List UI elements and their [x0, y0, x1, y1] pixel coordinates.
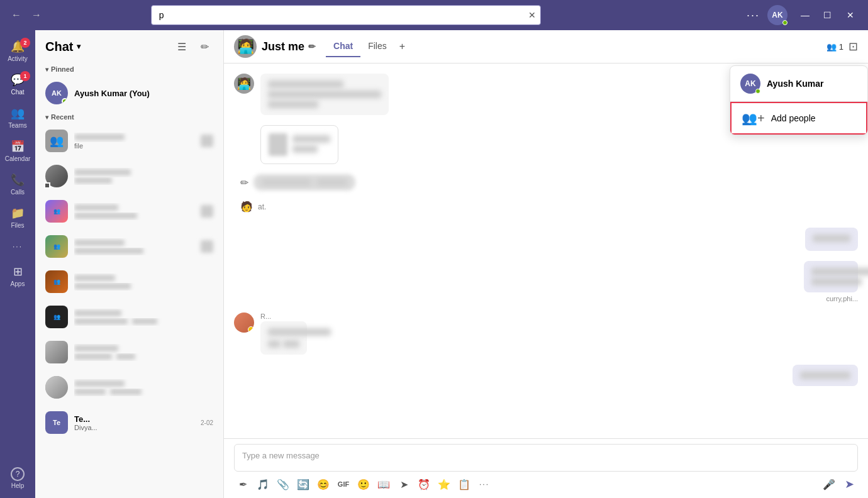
- chat-header-title: Just me ✏: [262, 40, 316, 53]
- recent-chat-4[interactable]: 👥: [35, 229, 223, 264]
- filter-button[interactable]: ☰: [173, 38, 191, 55]
- person-icon: 🧑: [240, 201, 253, 213]
- message-input-box[interactable]: Type a new message: [234, 444, 858, 472]
- nav-item-teams[interactable]: 👥 Teams: [3, 102, 33, 133]
- recent-chat-1[interactable]: 👥 file: [35, 123, 223, 158]
- action-row: ✏: [240, 174, 858, 191]
- expand-button[interactable]: ⊡: [849, 40, 858, 53]
- gif-button[interactable]: GIF: [335, 475, 352, 493]
- chat-name-1: [74, 133, 194, 142]
- chat-time-9: 2-02: [201, 419, 213, 426]
- msg-bubble-mine-2: [804, 261, 858, 292]
- nav-item-help[interactable]: ? Help: [3, 463, 33, 493]
- chat-name-3: [74, 203, 194, 213]
- recent-chat-6[interactable]: 👥: [35, 299, 223, 335]
- back-button[interactable]: ←: [8, 6, 25, 24]
- praise-button[interactable]: ⭐: [435, 475, 453, 493]
- msg-bubble-mine-3: [793, 365, 858, 386]
- search-input[interactable]: [151, 5, 541, 25]
- filter-icon: ☰: [177, 41, 186, 53]
- recent-chat-2[interactable]: [35, 158, 223, 194]
- user-avatar-button[interactable]: AK: [767, 5, 787, 25]
- pinned-section-label: Pinned: [35, 63, 223, 75]
- nav-item-chat[interactable]: 💬 Chat 1: [3, 69, 33, 99]
- edit-name-icon[interactable]: ✏: [308, 42, 316, 52]
- more-toolbar-button[interactable]: ···: [476, 475, 493, 493]
- emoji-button[interactable]: 😊: [314, 475, 332, 493]
- calendar-icon: 📅: [10, 139, 25, 154]
- add-people-button[interactable]: 👥+ Add people: [730, 102, 867, 135]
- chat-info-3: [74, 203, 194, 220]
- attach-button[interactable]: 📎: [274, 475, 292, 493]
- msg-text-1c: [268, 101, 318, 108]
- input-toolbar: ✒ 🎵 📎 🔄 😊 GIF 🙂 📖 ➤ ⏰ ⭐ 📋 ··· 🎤 ➤: [234, 472, 858, 493]
- more-options-button[interactable]: ···: [747, 9, 760, 22]
- msg-mine-block: curry,phi...: [767, 261, 858, 302]
- top-right-controls: ··· AK — ☐ ✕: [747, 5, 860, 25]
- status-dot: [782, 20, 787, 25]
- search-bar: ✕: [151, 5, 541, 25]
- recent-chat-5[interactable]: 👥: [35, 264, 223, 299]
- apps-icon: ⊞: [10, 264, 25, 279]
- chat-info-6: [74, 309, 213, 326]
- recent-chat-8[interactable]: [35, 370, 223, 405]
- audio-button[interactable]: 🎵: [254, 475, 272, 493]
- chat-name-4: [74, 238, 194, 248]
- nav-bottom: ? Help: [3, 463, 33, 493]
- forward-button[interactable]: →: [28, 6, 45, 24]
- tab-files[interactable]: Files: [360, 36, 394, 57]
- sidebar-title[interactable]: Chat ▾: [45, 40, 81, 54]
- chevron-down-icon: ▾: [77, 42, 81, 51]
- chat-meta-1: [201, 135, 213, 147]
- compose-button[interactable]: ✏: [196, 38, 213, 55]
- tab-chat[interactable]: Chat: [326, 36, 360, 57]
- ayush-chat-info: Ayush Kumar (You): [74, 89, 213, 98]
- recent-chat-7[interactable]: [35, 335, 223, 370]
- files-icon: 📁: [10, 206, 25, 221]
- chat-preview-6: [74, 318, 213, 326]
- chat-info-2: [74, 168, 213, 185]
- nav-item-more[interactable]: ···: [3, 235, 33, 258]
- online-indicator: [62, 98, 68, 104]
- chat-preview-4: [74, 248, 194, 255]
- nav-item-files[interactable]: 📁 Files: [3, 202, 33, 233]
- msg-bubble-2: [260, 125, 338, 164]
- recent-chat-9[interactable]: Te Te... Divya... 2-02: [35, 405, 223, 440]
- msg-text-1a: [268, 80, 343, 88]
- audio-call-button[interactable]: 🎤: [820, 475, 838, 493]
- schedule-button[interactable]: ⏰: [415, 475, 433, 493]
- ayush-name: Ayush Kumar (You): [74, 89, 213, 98]
- chat-name-5: [74, 274, 213, 283]
- chat-main-panel: 🧑‍💻 Just me ✏ Chat Files + 👥 1 ⊡: [224, 30, 868, 498]
- pinned-chat-ayush[interactable]: AK Ayush Kumar (You): [35, 75, 223, 111]
- send-button[interactable]: ➤: [840, 475, 858, 493]
- msg-avatar-1: 🧑‍💻: [234, 74, 254, 94]
- search-clear-button[interactable]: ✕: [528, 10, 536, 20]
- nav-item-activity[interactable]: 🔔 Activity 2: [3, 35, 33, 66]
- nav-item-apps[interactable]: ⊞ Apps: [3, 260, 33, 291]
- msg-text-3c: [283, 340, 300, 348]
- maximize-button[interactable]: ☐: [818, 5, 838, 25]
- action-bubble: [253, 174, 355, 191]
- minimize-button[interactable]: —: [795, 5, 815, 25]
- recent-chat-3[interactable]: 👥: [35, 194, 223, 229]
- sticker-button[interactable]: 🙂: [355, 475, 372, 493]
- popup-avatar-initials: AK: [745, 79, 755, 88]
- format-button[interactable]: ✒: [234, 475, 252, 493]
- help-label: Help: [11, 482, 25, 489]
- nav-item-calendar[interactable]: 📅 Calendar: [3, 135, 33, 166]
- survey-button[interactable]: 📋: [455, 475, 473, 493]
- add-tab-button[interactable]: +: [394, 36, 410, 57]
- close-button[interactable]: ✕: [840, 5, 860, 25]
- activity-badge: 2: [20, 38, 30, 48]
- forward-msg-button[interactable]: ➤: [395, 475, 413, 493]
- participants-button[interactable]: 👥 1: [826, 42, 843, 52]
- chat-name-9: Te...: [74, 414, 194, 424]
- calls-icon: 📞: [10, 172, 25, 187]
- immersive-button[interactable]: 📖: [375, 475, 392, 493]
- chat-info-9: Te... Divya...: [74, 414, 194, 431]
- add-people-icon: 👥+: [742, 111, 765, 126]
- loop-button[interactable]: 🔄: [294, 475, 312, 493]
- nav-item-calls[interactable]: 📞 Calls: [3, 169, 33, 199]
- chat-sidebar: Chat ▾ ☰ ✏ Pinned AK: [35, 30, 224, 498]
